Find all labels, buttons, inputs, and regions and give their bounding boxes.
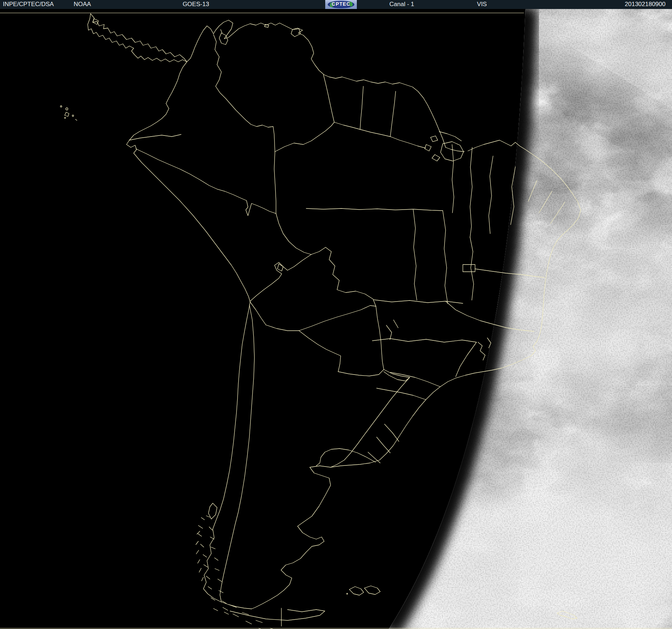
cptec-logo: CPTEC [325,0,357,9]
satellite-image [0,0,672,629]
noaa-label: NOAA [74,1,91,8]
satellite-label: GOES-13 [183,1,209,8]
satellite-map-svg [0,0,672,629]
timestamp-label: 201302180900 [625,1,666,8]
agency-label: INPE/CPTEC/DSA [3,1,54,8]
cptec-logo-text: CPTEC [325,1,357,7]
header-bar: INPE/CPTEC/DSA NOAA GOES-13 CPTEC Canal … [0,0,672,9]
band-label: VIS [477,1,487,8]
channel-label: Canal - 1 [390,1,414,8]
